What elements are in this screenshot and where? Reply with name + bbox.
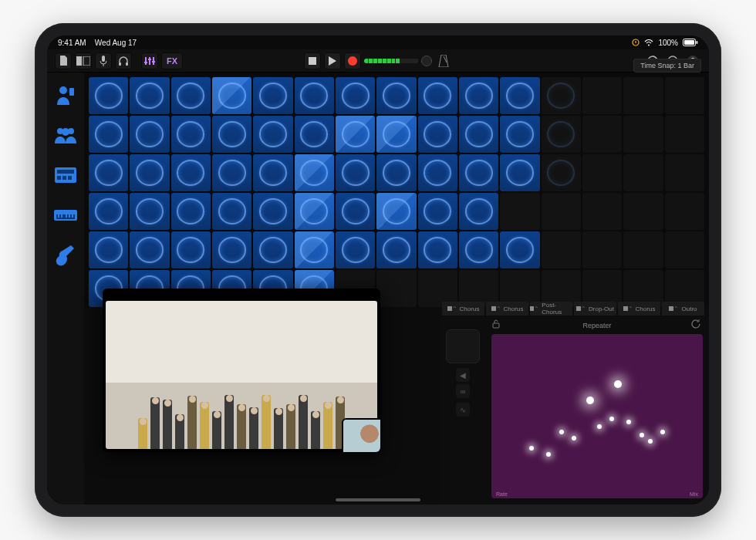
headphones-button[interactable] — [115, 52, 132, 69]
loop-cell[interactable] — [376, 154, 416, 191]
loop-cell[interactable] — [130, 77, 169, 114]
section-post-chorus[interactable]: ⌃Post-Chorus — [530, 302, 572, 316]
loop-cell[interactable] — [500, 193, 539, 230]
loop-cell[interactable] — [253, 193, 292, 230]
record-button[interactable] — [344, 52, 361, 69]
loop-cell[interactable] — [500, 154, 539, 191]
loop-cell[interactable] — [500, 116, 539, 153]
loop-cell[interactable] — [89, 193, 128, 230]
loop-cell[interactable] — [376, 77, 416, 114]
loop-cell[interactable] — [665, 154, 704, 191]
loop-cell[interactable] — [665, 77, 704, 114]
loop-cell[interactable] — [295, 77, 334, 114]
section-chorus-1[interactable]: ⌃Chorus — [442, 302, 484, 316]
loop-cell[interactable] — [418, 231, 457, 268]
loop-cell[interactable] — [171, 193, 211, 230]
sidebar-item-solo[interactable] — [54, 83, 77, 106]
loop-cell[interactable] — [500, 77, 539, 114]
loop-cell[interactable] — [623, 116, 663, 153]
metronome-button[interactable] — [435, 52, 452, 69]
loop-cell[interactable] — [212, 231, 251, 268]
mixer-button[interactable] — [141, 52, 158, 69]
loop-cell[interactable] — [582, 116, 622, 153]
master-volume-knob[interactable] — [421, 56, 432, 66]
loop-cell[interactable] — [130, 231, 169, 268]
loop-cell[interactable] — [418, 116, 457, 153]
loop-cell[interactable] — [376, 116, 416, 153]
loop-cell[interactable] — [459, 231, 498, 268]
loop-cell[interactable] — [89, 116, 128, 153]
section-outro[interactable]: ⌃Outro — [662, 302, 704, 316]
loop-cell[interactable] — [295, 154, 334, 191]
sidebar-item-keyboard[interactable] — [54, 204, 77, 227]
loop-cell[interactable] — [171, 77, 211, 114]
stop-button[interactable] — [304, 52, 321, 69]
section-chorus-2[interactable]: ⌃Chorus — [486, 302, 528, 316]
lock-icon[interactable] — [491, 319, 504, 332]
loop-cell[interactable] — [89, 231, 128, 268]
loop-cell[interactable] — [418, 77, 457, 114]
loop-cell[interactable] — [89, 154, 128, 191]
xy-pad[interactable] — [446, 329, 480, 363]
section-chorus-3[interactable]: ⌃Chorus — [618, 302, 660, 316]
loop-cell[interactable] — [253, 231, 292, 268]
loop-cell[interactable] — [336, 77, 375, 114]
time-snap-label[interactable]: Time Snap: 1 Bar — [633, 59, 701, 73]
loop-cell[interactable] — [459, 77, 498, 114]
loop-cell[interactable] — [623, 193, 663, 230]
loop-cell[interactable] — [376, 193, 416, 230]
loop-cell[interactable] — [212, 77, 251, 114]
loop-cell[interactable] — [500, 231, 539, 268]
mic-button[interactable] — [95, 52, 112, 69]
loop-cell[interactable] — [623, 231, 663, 268]
loop-cell[interactable] — [295, 193, 334, 230]
section-drop-out[interactable]: ⌃Drop-Out — [574, 302, 616, 316]
loop-cell[interactable] — [542, 231, 581, 268]
loop-cell[interactable] — [459, 116, 498, 153]
loop-cell[interactable] — [295, 116, 334, 153]
pip-self-view[interactable] — [342, 418, 380, 452]
loop-cell[interactable] — [212, 116, 251, 153]
view-button[interactable] — [75, 52, 92, 69]
loop-cell[interactable] — [336, 154, 375, 191]
loop-cell[interactable] — [542, 116, 581, 153]
sidebar-item-drum-machine[interactable] — [54, 164, 77, 187]
loop-cell[interactable] — [336, 116, 375, 153]
home-indicator[interactable] — [336, 498, 420, 501]
loop-cell[interactable] — [582, 154, 622, 191]
loop-cell[interactable] — [336, 193, 375, 230]
play-button[interactable] — [324, 52, 341, 69]
loop-cell[interactable] — [542, 154, 581, 191]
fx-button[interactable]: FX — [161, 52, 183, 69]
sidebar-item-guitar[interactable] — [54, 244, 77, 267]
loop-cell[interactable] — [253, 77, 292, 114]
loop-cell[interactable] — [253, 154, 292, 191]
loop-cell[interactable] — [89, 77, 128, 114]
loop-cell[interactable] — [253, 116, 292, 153]
loop-cell[interactable] — [665, 231, 704, 268]
loop-cell[interactable] — [459, 193, 498, 230]
loop-cell[interactable] — [542, 77, 581, 114]
loop-cell[interactable] — [171, 154, 211, 191]
nav-left-icon[interactable]: ◀ — [456, 368, 470, 382]
loop-cell[interactable] — [665, 193, 704, 230]
sidebar-item-group[interactable] — [54, 123, 77, 147]
loop-cell[interactable] — [376, 231, 416, 268]
loop-cell[interactable] — [336, 231, 375, 268]
loop-cell[interactable] — [665, 116, 704, 153]
loop-cell[interactable] — [171, 231, 211, 268]
loop-cell[interactable] — [459, 154, 498, 191]
loop-cell[interactable] — [582, 231, 622, 268]
loop-cell[interactable] — [130, 116, 169, 153]
repeater-xy-pad[interactable]: Rate Mix — [491, 334, 703, 498]
loop-cell[interactable] — [418, 154, 457, 191]
loop-cell[interactable] — [623, 154, 663, 191]
file-button[interactable] — [55, 52, 72, 69]
loop-cell[interactable] — [130, 154, 169, 191]
loop-cell[interactable] — [418, 193, 457, 230]
loop-cell[interactable] — [542, 193, 581, 230]
nav-loop-icon[interactable]: ∞ — [456, 384, 470, 398]
loop-cell[interactable] — [376, 270, 416, 307]
loop-cell[interactable] — [212, 154, 251, 191]
loop-cell[interactable] — [295, 231, 334, 268]
